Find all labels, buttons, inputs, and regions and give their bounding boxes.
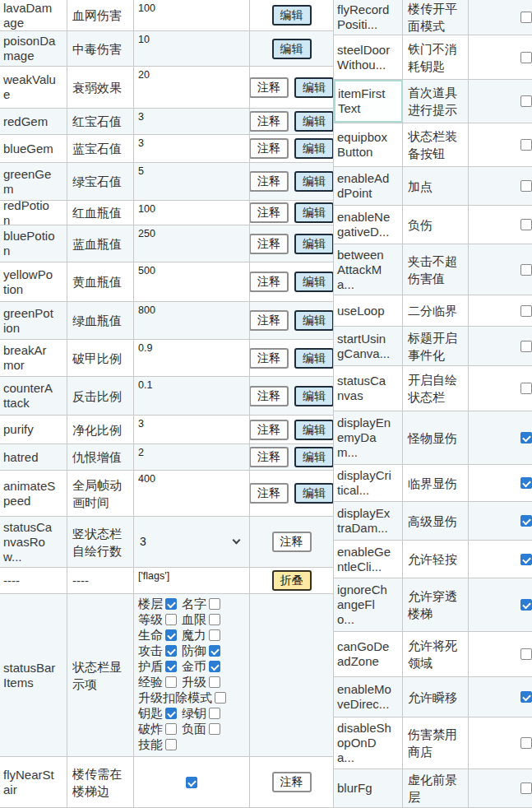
- property-value-checkbox[interactable]: [520, 12, 532, 23]
- property-value-cell[interactable]: 100: [134, 0, 250, 30]
- status-item-checkbox[interactable]: [165, 645, 177, 657]
- comment-button[interactable]: 注释: [250, 138, 289, 159]
- comment-button[interactable]: 注释: [250, 171, 289, 192]
- property-name-cell[interactable]: displayExtraDam...: [334, 502, 403, 540]
- property-name-cell[interactable]: flyNearStair: [0, 757, 67, 807]
- edit-button[interactable]: 编辑: [294, 348, 333, 369]
- edit-button[interactable]: 编辑: [294, 483, 333, 504]
- status-item-checkbox[interactable]: [209, 598, 220, 610]
- property-name-cell[interactable]: lavaDamage: [0, 0, 67, 30]
- property-name-cell[interactable]: counterAttack: [0, 377, 67, 415]
- property-name-cell[interactable]: enableNegativeD...: [334, 206, 403, 244]
- property-name-cell[interactable]: startUsingCanva...: [334, 327, 403, 365]
- comment-button[interactable]: 注释: [250, 77, 289, 98]
- property-name-cell[interactable]: hatred: [0, 444, 67, 470]
- property-value-checkbox[interactable]: [520, 95, 532, 107]
- property-value-cell[interactable]: 3: [134, 416, 250, 443]
- property-value-cell[interactable]: 800: [134, 302, 250, 339]
- comment-button[interactable]: 注释: [250, 272, 289, 292]
- comment-button[interactable]: 注释: [250, 447, 289, 467]
- property-name-cell[interactable]: weakValue: [0, 67, 67, 108]
- status-item-checkbox[interactable]: [165, 614, 177, 625]
- property-value-checkbox[interactable]: [520, 691, 532, 703]
- status-item-checkbox[interactable]: [215, 692, 226, 704]
- comment-button[interactable]: 注释: [250, 420, 289, 440]
- property-name-cell[interactable]: statusCanvas: [334, 366, 403, 411]
- status-item-checkbox[interactable]: [209, 645, 220, 657]
- status-item-checkbox[interactable]: [165, 598, 177, 610]
- property-name-cell[interactable]: greenPotion: [0, 302, 67, 339]
- property-value-checkbox[interactable]: [520, 264, 532, 276]
- status-item-checkbox[interactable]: [209, 723, 220, 735]
- status-item-checkbox[interactable]: [165, 708, 177, 719]
- property-value-checkbox[interactable]: [186, 777, 197, 788]
- edit-button[interactable]: 编辑: [294, 272, 333, 292]
- property-value-cell[interactable]: 5: [134, 163, 250, 200]
- edit-button[interactable]: 编辑: [294, 386, 333, 406]
- property-value-checkbox[interactable]: [520, 477, 532, 489]
- edit-button[interactable]: 编辑: [272, 39, 312, 59]
- property-value-checkbox[interactable]: [520, 139, 532, 151]
- property-name-cell[interactable]: redGem: [0, 109, 67, 134]
- edit-button[interactable]: 编辑: [272, 5, 312, 26]
- property-name-cell[interactable]: poisonDamage: [0, 31, 67, 66]
- status-item-checkbox[interactable]: [209, 614, 220, 625]
- property-name-cell[interactable]: statusCanvasRow...: [0, 517, 67, 567]
- property-value-checkbox[interactable]: [520, 305, 532, 317]
- property-name-cell[interactable]: disableShopOnDa...: [334, 717, 403, 769]
- property-name-cell[interactable]: blurFg: [334, 769, 403, 807]
- property-value-checkbox[interactable]: [520, 52, 532, 63]
- comment-button[interactable]: 注释: [250, 348, 289, 369]
- property-value-checkbox[interactable]: [520, 219, 532, 230]
- property-name-cell[interactable]: itemFirstText: [334, 80, 403, 123]
- comment-button[interactable]: 注释: [272, 532, 312, 552]
- status-item-checkbox[interactable]: [165, 676, 177, 688]
- edit-button[interactable]: 编辑: [294, 234, 333, 254]
- status-item-checkbox[interactable]: [165, 739, 177, 750]
- row-count-select[interactable]: 3: [138, 536, 244, 548]
- property-value-cell[interactable]: 2: [134, 444, 250, 470]
- property-value-checkbox[interactable]: [520, 432, 532, 443]
- comment-button[interactable]: 注释: [250, 483, 289, 504]
- property-name-cell[interactable]: yellowPotion: [0, 262, 67, 301]
- property-value-checkbox[interactable]: [520, 554, 532, 565]
- property-name-cell[interactable]: enableMoveDirec...: [334, 677, 403, 717]
- property-value-cell[interactable]: 0.9: [134, 340, 250, 376]
- property-value-cell[interactable]: 20: [134, 67, 250, 108]
- property-value-checkbox[interactable]: [520, 737, 532, 749]
- property-name-cell[interactable]: purify: [0, 416, 67, 443]
- property-value-checkbox[interactable]: [520, 648, 532, 660]
- property-name-cell[interactable]: bluePotion: [0, 225, 67, 262]
- status-item-checkbox[interactable]: [165, 629, 177, 641]
- property-name-cell[interactable]: displayCritical...: [334, 465, 403, 501]
- comment-button[interactable]: 注释: [250, 310, 289, 331]
- property-value-checkbox[interactable]: [520, 599, 532, 611]
- edit-button[interactable]: 编辑: [294, 447, 333, 467]
- edit-button[interactable]: 编辑: [294, 202, 333, 223]
- property-name-cell[interactable]: useLoop: [334, 295, 403, 326]
- property-value-cell[interactable]: 3: [134, 109, 250, 134]
- status-item-checkbox[interactable]: [165, 723, 177, 735]
- property-name-cell[interactable]: displayEnemyDam...: [334, 411, 403, 464]
- property-value-cell[interactable]: 500: [134, 262, 250, 301]
- property-name-cell[interactable]: breakArmor: [0, 340, 67, 376]
- property-value-cell[interactable]: ['flags']: [134, 568, 250, 593]
- property-name-cell[interactable]: redPotion: [0, 201, 67, 225]
- property-name-cell[interactable]: enableAddPoint: [334, 167, 403, 205]
- property-name-cell[interactable]: steelDoorWithou...: [334, 35, 403, 79]
- property-value-checkbox[interactable]: [520, 515, 532, 527]
- property-value-cell[interactable]: 3: [134, 135, 250, 162]
- property-value-cell[interactable]: 400: [134, 471, 250, 516]
- property-name-cell[interactable]: flyRecordPositi...: [334, 0, 403, 35]
- edit-button[interactable]: 编辑: [294, 111, 333, 132]
- comment-button[interactable]: 注释: [250, 202, 289, 223]
- comment-button[interactable]: 注释: [272, 772, 312, 792]
- property-name-cell[interactable]: canGoDeadZone: [334, 632, 403, 676]
- property-value-cell[interactable]: 250: [134, 225, 250, 262]
- edit-button[interactable]: 编辑: [294, 171, 333, 192]
- comment-button[interactable]: 注释: [250, 386, 289, 406]
- edit-button[interactable]: 编辑: [294, 420, 333, 440]
- property-name-cell[interactable]: enableGentleCli...: [334, 541, 403, 578]
- edit-button[interactable]: 编辑: [294, 310, 333, 331]
- status-item-checkbox[interactable]: [209, 661, 220, 672]
